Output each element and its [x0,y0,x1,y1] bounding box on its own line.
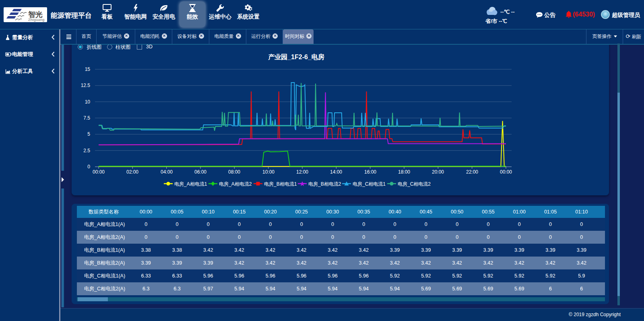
svg-text:12.5: 12.5 [81,83,91,88]
svg-text:22:00: 22:00 [466,169,478,175]
svg-text:04:00: 04:00 [161,169,173,175]
svg-text:Zhiguang: Zhiguang [28,18,45,22]
svg-text:00:00: 00:00 [500,169,512,175]
svg-text:电房_C相电流2: 电房_C相电流2 [398,181,431,187]
svg-text:0: 0 [87,164,90,170]
svg-text:电房_B相电流2: 电房_B相电流2 [308,181,341,187]
svg-text:10: 10 [85,99,91,105]
svg-text:06:00: 06:00 [194,169,206,175]
svg-text:2.5: 2.5 [83,148,90,153]
svg-text:12:00: 12:00 [296,169,308,175]
svg-text:15: 15 [85,66,91,72]
svg-text:电房_A相电流1: 电房_A相电流1 [174,181,207,187]
svg-text:电房_C相电流1: 电房_C相电流1 [353,181,386,187]
svg-text:电房_A相电流2: 电房_A相电流2 [219,181,252,187]
svg-text:18:00: 18:00 [398,169,410,175]
svg-text:02:00: 02:00 [126,169,138,175]
svg-text:16:00: 16:00 [364,169,376,175]
svg-text:08:00: 08:00 [228,169,240,175]
svg-text:14:00: 14:00 [330,169,342,175]
svg-text:电房_B相电流1: 电房_B相电流1 [264,181,297,187]
svg-text:10:00: 10:00 [262,169,275,175]
svg-text:20:00: 20:00 [432,169,444,175]
svg-text:7.5: 7.5 [83,115,90,121]
svg-text:00:00: 00:00 [93,169,105,175]
svg-text:5: 5 [87,131,90,137]
